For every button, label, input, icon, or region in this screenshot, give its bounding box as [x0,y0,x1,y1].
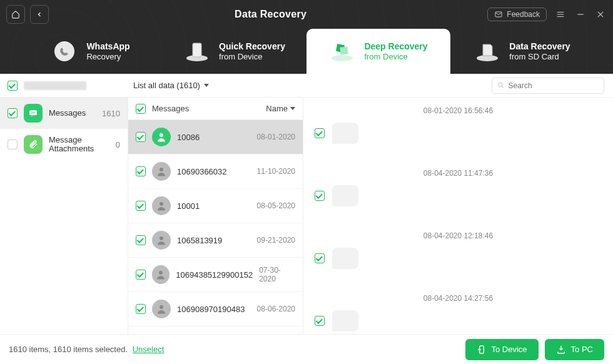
avatar [152,300,171,318]
message-block: 08-01-2020 16:56:46 [315,106,602,144]
minimize-icon [576,10,585,19]
conversation-name: 10694385129900152 [176,270,253,280]
conversation-name: 10001 [177,201,251,211]
message-row [315,123,602,144]
select-all-conversations-checkbox[interactable] [136,104,146,114]
svg-point-18 [160,305,163,309]
tab-subtitle: from SD Card [509,52,570,61]
sort-by-name[interactable]: Name [266,104,295,113]
window-controls: Feedback [487,8,607,21]
message-block: 08-04-2020 14:27:56 [315,294,602,331]
sidebar-checkbox[interactable] [8,139,18,149]
sidebar-item-label: Messages [49,109,96,118]
message-timestamp: 08-04-2020 12:18:46 [315,231,602,240]
menu-icon [555,10,565,19]
caret-down-icon [290,107,295,110]
svg-rect-3 [193,43,201,57]
message-bubble [332,185,358,206]
attachments-icon [24,135,43,154]
tab-quick-recovery[interactable]: Quick Recovery from Device [163,29,306,74]
col-messages-label: Messages [152,104,189,113]
message-row [315,310,602,331]
conversation-name: 10690366032 [177,167,251,176]
conversation-row[interactable]: 1069438512990015207-30-2020 [128,258,303,292]
list-filter-label: List all data (1610) [133,81,200,90]
tab-whatsapp-recovery[interactable]: WhatsApp Recovery [19,29,163,74]
subheader-right [492,78,613,94]
conversation-date: 08-06-2020 [257,305,295,313]
row-checkbox[interactable] [136,132,146,142]
footer: 1610 items, 1610 items selected. Unselec… [0,334,613,364]
svg-point-15 [160,202,163,206]
titlebar: Data Recovery Feedback [0,0,613,29]
message-timestamp: 08-01-2020 16:56:46 [315,106,602,115]
feedback-button[interactable]: Feedback [487,8,547,21]
search-icon [497,81,505,89]
message-timestamp: 08-04-2020 11:47:36 [315,169,602,178]
avatar [152,265,170,284]
tab-subtitle: from Device [364,52,427,61]
conversation-name: 106908970190483 [177,305,251,314]
tab-sd-card-recovery[interactable]: Data Recovery from SD Card [450,29,594,74]
conversation-list-header: Messages Name [128,98,303,120]
search-box[interactable] [492,78,604,94]
home-icon [11,10,20,19]
conversation-row[interactable]: 1008608-01-2020 [128,120,303,154]
subheader-left [0,81,128,91]
conversation-date: 09-21-2020 [257,236,295,245]
subheader: List all data (1610) [0,74,613,98]
message-checkbox[interactable] [315,191,325,201]
tab-deep-recovery[interactable]: Deep Recovery from Device [306,29,450,74]
message-checkbox[interactable] [315,253,325,263]
list-filter-dropdown[interactable]: List all data (1610) [128,81,303,90]
to-pc-button[interactable]: To PC [545,339,604,360]
row-checkbox[interactable] [136,235,146,245]
row-checkbox[interactable] [136,270,146,280]
back-button[interactable] [30,5,49,24]
footer-buttons: To Device To PC [465,339,604,360]
message-row [315,248,602,269]
svg-point-11 [33,113,34,114]
menu-button[interactable] [554,8,567,21]
svg-point-16 [160,236,163,240]
conversation-row[interactable]: 1069036603211-10-2020 [128,154,303,189]
message-checkbox[interactable] [315,316,325,326]
unselect-link[interactable]: Unselect [133,345,165,354]
minimize-button[interactable] [574,8,587,21]
sidebar-checkbox[interactable] [8,108,18,118]
chevron-left-icon [36,11,43,18]
row-checkbox[interactable] [136,201,146,211]
close-button[interactable] [594,8,607,21]
content: Messages 1610 Message Attachments 0 Mess… [0,98,613,334]
home-button[interactable] [6,5,25,24]
message-block: 08-04-2020 11:47:36 [315,169,602,206]
conversation-row[interactable]: 106581391909-21-2020 [128,223,303,258]
svg-point-12 [34,113,35,114]
messages-icon [24,104,43,123]
to-device-label: To Device [492,345,527,354]
conversation-name: 1065813919 [177,236,251,245]
svg-point-13 [160,133,163,137]
message-preview[interactable]: 08-01-2020 16:56:4608-04-2020 11:47:3608… [303,98,613,334]
message-checkbox[interactable] [315,128,325,138]
to-device-button[interactable]: To Device [465,339,539,360]
conversation-rows[interactable]: 1008608-01-20201069036603211-10-20201000… [128,120,303,334]
avatar [152,162,171,181]
deep-recovery-icon [329,38,355,64]
svg-point-8 [498,83,502,87]
search-input[interactable] [509,81,599,90]
conversation-date: 11-10-2020 [257,167,295,176]
app-title: Data Recovery [54,9,487,20]
svg-point-1 [54,41,74,61]
select-all-sidebar-checkbox[interactable] [8,81,18,91]
row-checkbox[interactable] [136,166,146,176]
message-row [315,185,602,206]
sidebar-item-messages[interactable]: Messages 1610 [0,98,128,129]
row-checkbox[interactable] [136,304,146,314]
tab-title: Deep Recovery [364,41,427,53]
conversation-row[interactable]: 1000108-05-2020 [128,189,303,223]
sidebar: Messages 1610 Message Attachments 0 [0,98,128,334]
device-name-blurred [24,81,86,90]
conversation-row[interactable]: 10690897019048308-06-2020 [128,292,303,326]
sidebar-item-attachments[interactable]: Message Attachments 0 [0,129,128,160]
